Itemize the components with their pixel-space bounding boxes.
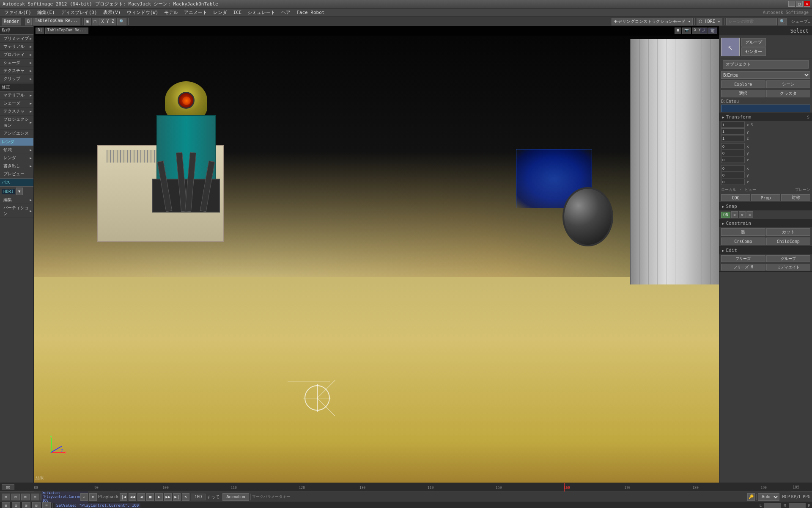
frame-sel-btn[interactable]: ▣ [84, 18, 91, 25]
status-icon2[interactable]: ⊡ [12, 502, 20, 508]
view-camera-btn[interactable]: 📷 [682, 28, 691, 34]
animation-btn[interactable]: Animation [222, 493, 249, 501]
loop-btn[interactable]: ↻ [182, 493, 189, 501]
minimize-btn[interactable]: − [788, 1, 795, 7]
primitive-btn[interactable]: プリミティブ▶ [0, 35, 33, 43]
axes-btn[interactable]: X Y Z [99, 18, 116, 25]
menu-simulate[interactable]: シミュレート [245, 9, 278, 16]
translate-y-input[interactable] [721, 128, 745, 135]
frame-btn[interactable]: ⊕ [89, 493, 97, 501]
frame-start-input[interactable] [2, 484, 14, 490]
camera-dropdown[interactable]: TableTopCam Re... [33, 18, 80, 25]
prev-key-btn[interactable]: ◀◀ [129, 493, 136, 501]
object-dropdown[interactable]: B:Entou [721, 71, 810, 79]
menu-animate[interactable]: アニメート [181, 9, 210, 16]
frame-all-btn[interactable]: ⬚ [92, 18, 99, 25]
scale-z-input[interactable] [721, 179, 745, 185]
explore-btn[interactable]: Explore [721, 80, 765, 88]
scene-btn[interactable]: シーン [766, 80, 811, 88]
status-icon4[interactable]: ⊟ [32, 502, 41, 508]
next-key-btn[interactable]: ▶▶ [164, 493, 172, 501]
viewport-maximize-btn[interactable]: ⤢ [700, 28, 707, 33]
export-btn[interactable]: 書き出し▶ [0, 162, 33, 170]
viewport-canvas[interactable]: X Y Z B| TableTopCam Re... ■ 📷 X Y Z 🔍 前… [34, 26, 719, 483]
menu-file[interactable]: ファイル(F) [2, 9, 34, 16]
anim-mode-dropdown[interactable]: Auto [758, 493, 779, 501]
close-btn[interactable]: × [804, 1, 810, 7]
menu-render[interactable]: レンダ [211, 9, 230, 16]
prop-btn[interactable]: Prop [751, 194, 780, 201]
icon-left-4[interactable]: ⊟ [31, 494, 39, 500]
snap-on-btn[interactable]: ON [721, 212, 730, 218]
property-btn[interactable]: プロパティ▶ [0, 51, 33, 59]
rotate-z-input[interactable] [721, 157, 745, 163]
menu-view[interactable]: 表示(V) [101, 9, 123, 16]
edit-btn[interactable]: 編集▶ [0, 196, 33, 204]
freezeM-btn[interactable]: フリーズ M [721, 264, 765, 271]
menu-facerobot[interactable]: Face Robot [294, 9, 327, 16]
key-param-btn[interactable]: 🔑 [747, 493, 755, 501]
viewport-area[interactable]: X Y Z B| TableTopCam Re... ■ 📷 X Y Z 🔍 前… [34, 26, 719, 483]
search-btn[interactable]: 🔍 [778, 18, 787, 25]
status-icon3[interactable]: ⊠ [22, 502, 30, 508]
texture2-btn[interactable]: テクスチャ▶ [0, 108, 33, 116]
menu-window[interactable]: ウィンドウ(W) [124, 9, 161, 16]
cluster-btn[interactable]: クラスタ [766, 90, 811, 97]
scale-x-input[interactable] [721, 165, 745, 171]
status-icon5[interactable]: ≡ [42, 502, 51, 508]
ambience-btn[interactable]: アンビエンス [0, 130, 33, 138]
translate-z-input[interactable] [721, 135, 745, 141]
scale-y-input[interactable] [721, 172, 745, 178]
icon-left-2[interactable]: ⊡ [11, 494, 20, 500]
timeline-ruler[interactable]: 80 90 100 110 120 130 140 150 160 170 18… [34, 483, 791, 491]
snap-icon1[interactable]: ↻ [731, 211, 738, 218]
hdri-dropdown-btn[interactable]: ▼ [16, 188, 22, 195]
icon-left-3[interactable]: ⊠ [21, 494, 30, 500]
childcomp-btn[interactable]: ChildComp [766, 237, 811, 245]
b-btn[interactable]: B [25, 18, 32, 25]
crscomp-btn[interactable]: CrsComp [721, 237, 765, 245]
view-control-btn[interactable]: ■ [675, 28, 681, 34]
menu-model[interactable]: モデル [162, 9, 181, 16]
render2-btn[interactable]: レンダ▶ [0, 154, 33, 162]
midedit-btn[interactable]: ミディエイト [766, 264, 811, 271]
menu-edit[interactable]: 編集(E) [35, 9, 58, 16]
camera-b-btn[interactable]: B| [36, 28, 44, 34]
preview-btn[interactable]: プレビュー [0, 170, 33, 178]
window-controls[interactable]: − □ × [788, 1, 810, 7]
material-btn[interactable]: マテリアル▶ [0, 43, 33, 51]
clip-btn[interactable]: クリップ▶ [0, 75, 33, 83]
scene-search-input[interactable] [726, 18, 777, 25]
snap-icon2[interactable]: ⊕ [739, 211, 746, 218]
play-btn[interactable]: ▶ [155, 493, 163, 501]
material2-btn[interactable]: マテリアル▶ [0, 91, 33, 99]
render-mode-btn[interactable]: Render [2, 18, 21, 25]
zoom-btn[interactable]: 🔍 [117, 18, 126, 25]
region-btn[interactable]: 領域▶ [0, 146, 33, 154]
status-icon1[interactable]: ⊞ [2, 502, 10, 508]
maximize-btn[interactable]: □ [796, 1, 803, 7]
cog-btn[interactable]: COG [721, 194, 750, 201]
snap-icon3[interactable]: ≡ [746, 211, 753, 218]
translate-x-input[interactable] [721, 121, 745, 128]
rotate-y-input[interactable] [721, 150, 745, 156]
pair-btn[interactable]: 対称 [781, 194, 810, 201]
mode-dropdown[interactable]: モデリングコンストラクションモード ▾ [612, 18, 693, 25]
bentou-input[interactable] [721, 105, 810, 112]
menu-display[interactable]: ディスプレイ(D) [58, 9, 100, 16]
partition-btn[interactable]: パーティション▶ [0, 204, 33, 218]
kiru-btn[interactable]: カット [766, 228, 811, 236]
koku-btn[interactable]: 黒 [721, 228, 765, 236]
freeze-btn[interactable]: フリーズ [721, 255, 765, 262]
last-frame-btn[interactable]: ▶| [173, 493, 181, 501]
group-edit-btn[interactable]: グループ [766, 255, 811, 262]
group-btn[interactable]: グループ [741, 38, 766, 47]
texture-btn[interactable]: テクスチャ▶ [0, 67, 33, 75]
center-btn[interactable]: センター [741, 47, 766, 56]
stop-btn[interactable]: ■ [146, 493, 154, 501]
camera-name-btn[interactable]: TableTopCam Re... [45, 28, 88, 34]
key-btn[interactable]: ⬦ [80, 493, 88, 501]
shader2-btn[interactable]: シェーダ▶ [0, 99, 33, 108]
rotate-x-input[interactable] [721, 143, 745, 149]
current-frame-input[interactable] [191, 494, 206, 500]
